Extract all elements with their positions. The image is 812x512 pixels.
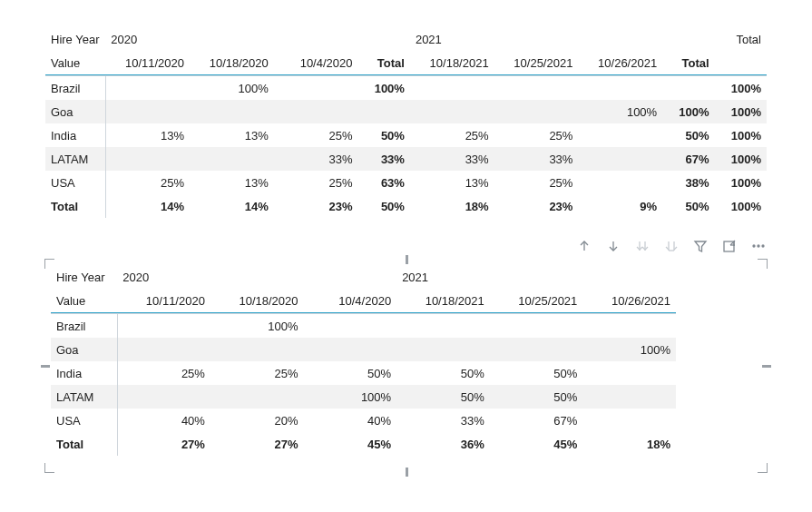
cell [117,385,210,409]
cell: 13% [190,123,274,147]
cell: 25% [117,361,210,385]
col-header-hire-year[interactable]: Hire Year [45,27,105,51]
cell: 27% [117,432,210,456]
cell: 25% [494,171,579,194]
subtotal-cell: 33% [358,147,410,171]
col-header[interactable]: 10/26/2021 [578,51,662,75]
cell: 20% [210,409,304,432]
cell [105,147,190,171]
year-2020-header[interactable]: 2020 [117,265,210,289]
cell: 25% [494,123,579,147]
cell [410,76,494,101]
cell [582,314,676,339]
matrix-table-1: Hire Year 2020 2021 Total Value 10/11/20… [45,27,767,218]
selection-corner-icon[interactable] [758,463,768,473]
total-cell: 100% [715,76,767,101]
cell: 45% [490,432,583,456]
row-header[interactable]: USA [51,409,117,432]
cell: 14% [105,194,190,218]
col-header[interactable]: 10/11/2020 [117,289,210,313]
more-options-icon[interactable] [750,238,767,254]
table-row: USA40%20%40%33%67% [51,409,676,432]
table-row: India25%25%50%50%50% [51,361,676,385]
cell: 25% [274,171,358,194]
cell [396,338,490,361]
selection-corner-icon[interactable] [758,259,768,269]
total-cell: 100% [715,100,767,123]
subtotal-cell: 100% [662,100,714,123]
selection-handle-icon[interactable] [762,365,771,368]
row-header[interactable]: LATAM [45,147,105,171]
row-header[interactable]: Total [45,194,105,218]
row-header[interactable]: India [51,361,117,385]
col-header[interactable]: 10/4/2020 [304,289,397,313]
cell: 100% [210,314,304,339]
col-header[interactable]: 10/25/2021 [490,289,583,313]
matrix-visual-2-selected[interactable]: Hire Year 2020 2021 Value 10/11/2020 10/… [45,260,767,472]
col-header-value[interactable]: Value [51,289,117,313]
cell [578,171,662,194]
table-row: India13%13%25%50%25%25%50%100% [45,123,767,147]
cell: 13% [410,171,494,194]
selection-handle-icon[interactable] [41,365,50,368]
col-header[interactable]: 10/18/2021 [396,289,490,313]
cell: 36% [396,432,490,456]
row-header[interactable]: LATAM [51,385,117,409]
year-2021-header[interactable]: 2021 [410,27,494,51]
col-header[interactable]: 10/18/2020 [190,51,274,75]
cell: 50% [396,361,490,385]
row-header[interactable]: Total [51,432,117,456]
row-header[interactable]: USA [45,171,105,194]
subtotal-2020-header[interactable]: Total [358,51,410,75]
subtotal-2021-header[interactable]: Total [662,51,714,75]
svg-point-3 [762,245,764,247]
cell: 40% [304,409,397,432]
row-header[interactable]: Goa [51,338,117,361]
year-2020-header[interactable]: 2020 [105,27,190,51]
selection-handle-icon[interactable] [406,255,408,264]
grand-total-header[interactable]: Total [715,27,767,51]
focus-mode-icon[interactable] [721,238,738,254]
cell [105,100,190,123]
col-header[interactable]: 10/25/2021 [494,51,579,75]
total-cell: 100% [715,171,767,194]
table-row: Total14%14%23%50%18%23%9%50%100% [45,194,767,218]
col-header-hire-year[interactable]: Hire Year [51,265,117,289]
table-row: Goa100%100%100% [45,100,767,123]
cell [210,338,304,361]
drill-up-icon[interactable] [576,238,592,254]
col-header[interactable]: 10/4/2020 [274,51,358,75]
col-header[interactable]: 10/26/2021 [582,289,676,313]
selection-corner-icon[interactable] [44,463,54,473]
subtotal-cell: 50% [662,123,714,147]
cell [410,100,494,123]
expand-next-icon[interactable] [663,238,680,254]
col-header[interactable]: 10/18/2021 [410,51,494,75]
cell: 25% [274,123,358,147]
cell [582,385,676,409]
cell: 14% [190,194,274,218]
cell [274,100,358,123]
row-header[interactable]: India [45,123,105,147]
col-header-value[interactable]: Value [45,51,105,75]
filter-icon[interactable] [692,238,709,254]
expand-all-icon[interactable] [634,238,651,254]
selection-corner-icon[interactable] [44,259,54,269]
cell: 13% [105,123,190,147]
cell [490,314,583,339]
year-2021-header[interactable]: 2021 [396,265,490,289]
subtotal-cell: 50% [662,194,714,218]
row-header[interactable]: Brazil [51,314,117,339]
subtotal-cell: 100% [358,76,410,101]
subtotal-cell: 50% [358,194,410,218]
row-header[interactable]: Goa [45,100,105,123]
drill-down-icon[interactable] [605,238,621,254]
row-header[interactable]: Brazil [45,76,105,101]
col-header[interactable]: 10/18/2020 [210,289,304,313]
matrix-visual-1[interactable]: Hire Year 2020 2021 Total Value 10/11/20… [45,27,767,218]
cell [304,314,397,339]
selection-handle-icon[interactable] [406,468,408,477]
table-row: Brazil100%100%100% [45,76,767,101]
cell [190,147,274,171]
col-header[interactable]: 10/11/2020 [105,51,190,75]
